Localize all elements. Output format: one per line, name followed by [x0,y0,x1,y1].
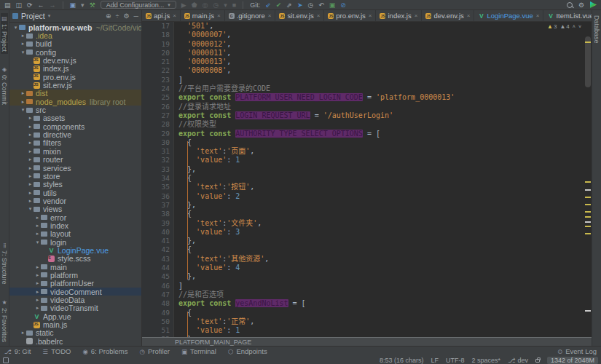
hide-panel-icon[interactable]: ─ [134,12,138,20]
caret-down-icon[interactable]: ▾ [81,1,85,9]
run-icon[interactable]: ▶ [181,1,186,9]
chevron-right-icon[interactable]: ▸ [27,132,34,138]
tree-item-filters[interactable]: ▸filters [9,139,141,147]
editor-tab-itemlist-vue[interactable]: VItemList.vue× [543,10,592,21]
editor-tab-loginpage-vue[interactable]: VLoginPage.vue× [474,10,543,21]
chevron-down-icon[interactable]: ▾ [20,50,26,55]
profile-icon[interactable]: ◷ [213,1,219,9]
tab-close-icon[interactable]: × [369,12,372,19]
tree-item-static[interactable]: ▸static [9,329,141,337]
editor-tab-index-js[interactable]: JSindex.js× [376,10,422,21]
editor-tab-pro-env-js[interactable]: JSpro.env.js× [324,10,376,21]
tree-item-dev-env-js[interactable]: JSdev.env.js [9,56,141,64]
lock-icon[interactable] [535,359,540,363]
chevron-right-icon[interactable]: ▸ [20,33,26,39]
tree-item-services[interactable]: ▸services [9,164,141,172]
tree-item-platform[interactable]: ▸platform [9,271,141,279]
tree-item-store[interactable]: ▸store [9,172,141,180]
chevron-right-icon[interactable]: ▸ [34,264,41,270]
tool-window-button-todo[interactable]: ☰TODO [43,347,71,355]
prev-warning-icon[interactable]: ˄ [573,23,576,31]
chevron-right-icon[interactable]: ▸ [27,157,34,162]
editor-tab-api-js[interactable]: JSapi.js× [142,10,181,21]
tab-close-icon[interactable]: × [268,12,272,19]
tool-window-button-1-project[interactable]: ▤1: Project [1,13,8,54]
tree-item-style-scss[interactable]: Sstyle.scss [9,255,141,263]
tree-item--babelrc[interactable]: .babelrc [9,337,141,345]
chevron-right-icon[interactable]: ▸ [27,181,34,187]
code-with-me-icon[interactable]: ▣ [329,1,336,9]
tree-item--idea[interactable]: ▸.idea [9,31,141,39]
tree-item-app-vue[interactable]: VApp.vue [9,312,141,320]
memory-indicator[interactable]: 1342 of 2048M [547,357,598,364]
tree-item-layout[interactable]: ▸layout [9,230,141,238]
chevron-right-icon[interactable]: ▸ [27,140,34,146]
dnd-icon[interactable]: ⊘ [340,1,346,9]
tree-item-build[interactable]: ▸build [9,40,141,48]
status-item[interactable]: 8:53 (16 chars) [380,357,424,364]
scrollbar-thumb[interactable] [585,36,591,87]
build-hammer-icon[interactable]: ⚒ [90,1,95,9]
chevron-right-icon[interactable]: ▸ [27,115,34,121]
tool-window-button-2-favorites[interactable]: ★2: Favorites [1,297,8,344]
tab-close-icon[interactable]: × [217,12,221,19]
tree-item-vendor[interactable]: ▸vendor [9,197,141,205]
tree-item-videodata[interactable]: ▸videoData [9,296,141,304]
tool-window-button-0-commit[interactable]: ◈0: Commit [1,64,8,107]
open-project-icon[interactable]: ▤ [4,1,11,9]
tool-window-button-6-problems[interactable]: ◉6: Problems [82,347,127,355]
tool-window-button-7-structure[interactable]: ≔7: Structure [1,240,8,287]
tree-item-sit-env-js[interactable]: JSsit.env.js [9,81,141,89]
tree-item-utils[interactable]: ▸utils [9,189,141,197]
editor-tab--gitignore[interactable]: G.gitignore× [225,10,276,21]
chevron-right-icon[interactable]: ▸ [20,90,26,96]
next-warning-icon[interactable]: ˅ [578,23,581,31]
tree-item-platform-vue-web[interactable]: ▾platform-vue-web~/GitCode/video-platf [9,23,141,31]
chevron-right-icon[interactable]: ▸ [34,289,41,295]
editor-tab-dev-env-js[interactable]: JSdev.env.js× [422,10,474,21]
status-item[interactable]: 2 spaces* [472,357,501,364]
chevron-down-icon[interactable]: ▾ [20,107,26,113]
collapse-all-icon[interactable]: ÷ [116,12,119,20]
chevron-right-icon[interactable]: ▸ [34,297,41,303]
chevron-right-icon[interactable]: ▸ [27,198,34,204]
project-tree[interactable]: ▾platform-vue-web~/GitCode/video-platf▸.… [9,23,141,346]
chevron-down-icon[interactable]: ▾ [48,13,51,19]
tree-item-router[interactable]: ▸router [9,156,141,164]
rollback-icon[interactable]: ↶ [318,1,324,9]
tree-item-videotransmit[interactable]: ▸videoTransmit [9,304,141,312]
git-push-icon[interactable]: ⇗ [286,1,292,9]
tree-item-mixin[interactable]: ▸mixin [9,147,141,155]
sync-icon[interactable]: ⟳ [27,1,33,9]
chevron-right-icon[interactable]: ▸ [34,231,41,237]
tab-close-icon[interactable]: × [173,12,176,19]
save-all-icon[interactable]: ◫ [16,1,23,9]
chevron-down-icon[interactable]: ▾ [27,206,34,212]
editor-tab-main-js[interactable]: JSmain.js× [181,10,225,21]
settings-gear-icon[interactable]: ⚙ [124,12,130,20]
stop-icon[interactable]: ■ [232,1,236,9]
chevron-right-icon[interactable]: ▸ [34,305,41,311]
chevron-right-icon[interactable]: ▸ [27,124,34,130]
tree-item-dist[interactable]: ▸dist [9,90,141,98]
project-header-label[interactable]: Project [21,12,45,20]
chevron-right-icon[interactable]: ▸ [20,330,26,336]
tool-window-button-9-git[interactable]: ⎇9: Git [4,347,31,355]
tree-item-videocomment[interactable]: ▸videoComment [9,288,141,296]
tree-item-loginpage-vue[interactable]: VLoginPage.vue [9,246,141,254]
chevron-right-icon[interactable]: ▸ [34,280,41,286]
chevron-right-icon[interactable]: ▸ [27,149,34,154]
back-icon[interactable]: ← [38,1,44,9]
debug-icon[interactable]: ⬟ [192,1,197,9]
coverage-icon[interactable]: ◎ [203,1,208,9]
tree-item-pro-env-js[interactable]: JSpro.env.js [9,73,141,81]
weak-warnings-indicator[interactable]: ▲ 4 [559,23,569,31]
run-widget-icon[interactable]: ▣ [70,1,76,9]
status-item[interactable]: UTF-8 [446,357,465,364]
tree-item-main[interactable]: ▸main [9,263,141,271]
caret-down-icon[interactable]: ▾ [224,1,227,9]
tab-close-icon[interactable]: × [536,12,540,19]
chevron-right-icon[interactable]: ▸ [20,99,26,105]
tree-item-styles[interactable]: ▸styles [9,181,141,189]
chevron-right-icon[interactable]: ▸ [27,190,34,196]
